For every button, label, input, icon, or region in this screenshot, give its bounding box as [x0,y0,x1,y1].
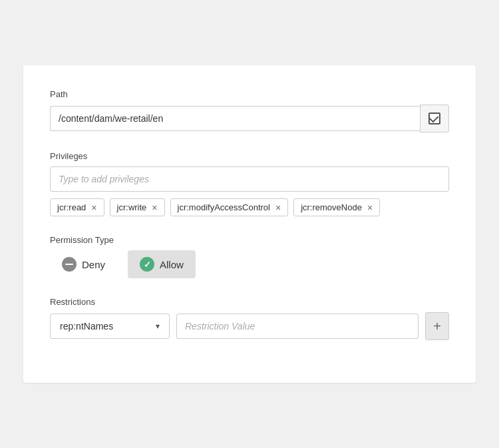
restriction-value-input[interactable] [176,314,418,339]
permission-type-row: Deny Allow [50,250,449,278]
restrictions-label: Restrictions [50,297,449,307]
path-checkbox-button[interactable] [420,105,449,132]
form-card: Path Privileges jcr:read × jcr:write × j… [23,65,476,383]
tag-jcr-removeNode-label: jcr:removeNode [301,202,362,212]
tag-jcr-modifyAccessControl-label: jcr:modifyAccessControl [178,202,270,212]
allow-icon [140,257,154,272]
checkmark-icon [428,112,440,124]
privileges-input[interactable] [50,166,449,192]
path-label: Path [50,89,449,99]
permission-type-field-group: Permission Type Deny Allow [50,235,449,278]
add-restriction-button[interactable]: + [425,312,449,340]
path-row [50,105,449,132]
tag-jcr-read: jcr:read × [50,198,104,216]
deny-icon [62,257,77,272]
permission-type-label: Permission Type [50,235,449,245]
deny-label: Deny [82,259,105,270]
path-input[interactable] [50,106,420,131]
path-field-group: Path [50,89,449,132]
plus-icon: + [433,319,441,334]
privileges-label: Privileges [50,151,449,161]
tag-jcr-read-label: jcr:read [57,202,86,212]
privileges-field-group: Privileges jcr:read × jcr:write × jcr:mo… [50,151,449,216]
tag-jcr-modifyAccessControl-close[interactable]: × [275,203,281,212]
restrictions-select-value: rep:ntNames [60,321,113,332]
restrictions-select[interactable]: rep:ntNames ▾ [50,314,170,339]
tag-jcr-modifyAccessControl: jcr:modifyAccessControl × [170,198,289,216]
tag-jcr-write-label: jcr:write [117,202,147,212]
tag-jcr-write: jcr:write × [110,198,165,216]
tag-jcr-write-close[interactable]: × [152,203,157,212]
allow-button[interactable]: Allow [128,250,196,278]
tag-jcr-removeNode-close[interactable]: × [367,203,373,212]
chevron-down-icon: ▾ [156,322,160,331]
privileges-tags: jcr:read × jcr:write × jcr:modifyAccessC… [50,198,449,216]
tag-jcr-removeNode: jcr:removeNode × [293,198,380,216]
restrictions-row: rep:ntNames ▾ + [50,312,449,340]
tag-jcr-read-close[interactable]: × [91,203,96,212]
deny-button[interactable]: Deny [50,250,117,278]
restrictions-field-group: Restrictions rep:ntNames ▾ + [50,297,449,340]
allow-label: Allow [160,259,184,270]
